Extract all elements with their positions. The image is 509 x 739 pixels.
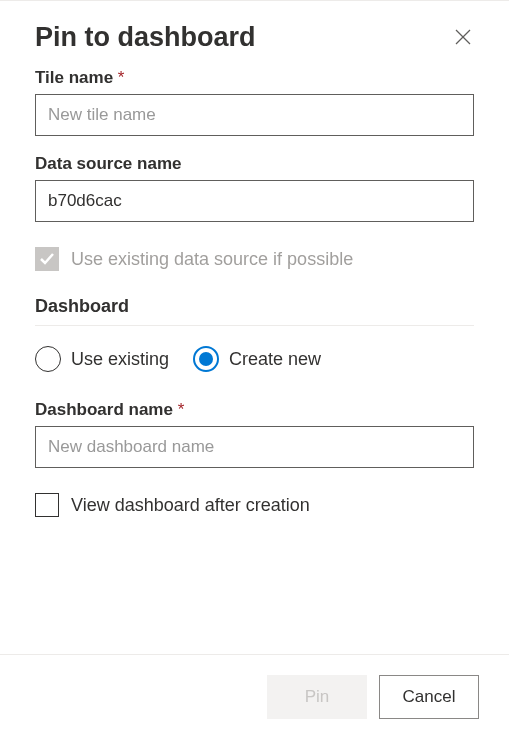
divider bbox=[35, 325, 474, 326]
close-button[interactable] bbox=[447, 21, 479, 53]
checkmark-icon bbox=[39, 251, 55, 267]
radio-circle-selected bbox=[193, 346, 219, 372]
view-after-label: View dashboard after creation bbox=[71, 495, 310, 516]
required-mark: * bbox=[118, 68, 125, 87]
dashboard-name-label: Dashboard name * bbox=[35, 400, 474, 420]
data-source-input[interactable] bbox=[35, 180, 474, 222]
tile-name-label-text: Tile name bbox=[35, 68, 113, 87]
radio-use-existing-label: Use existing bbox=[71, 349, 169, 370]
cancel-button[interactable]: Cancel bbox=[379, 675, 479, 719]
radio-create-new-label: Create new bbox=[229, 349, 321, 370]
dialog-body: Tile name * Data source name Use existin… bbox=[0, 63, 509, 654]
use-existing-source-label: Use existing data source if possible bbox=[71, 249, 353, 270]
tile-name-label: Tile name * bbox=[35, 68, 474, 88]
radio-create-new[interactable]: Create new bbox=[193, 346, 321, 372]
required-mark: * bbox=[178, 400, 185, 419]
dashboard-section-label: Dashboard bbox=[35, 296, 474, 317]
use-existing-source-checkbox bbox=[35, 247, 59, 271]
radio-circle-unselected bbox=[35, 346, 61, 372]
use-existing-source-row: Use existing data source if possible bbox=[35, 247, 474, 271]
dashboard-name-label-text: Dashboard name bbox=[35, 400, 173, 419]
view-after-row: View dashboard after creation bbox=[35, 493, 474, 517]
close-icon bbox=[455, 29, 471, 45]
dialog-footer: Pin Cancel bbox=[0, 654, 509, 739]
dialog-title: Pin to dashboard bbox=[35, 22, 256, 53]
tile-name-input[interactable] bbox=[35, 94, 474, 136]
tile-name-group: Tile name * bbox=[35, 68, 474, 136]
radio-use-existing[interactable]: Use existing bbox=[35, 346, 169, 372]
pin-dashboard-dialog: Pin to dashboard Tile name * Data source… bbox=[0, 0, 509, 739]
dashboard-radio-group: Use existing Create new bbox=[35, 346, 474, 372]
radio-dot bbox=[199, 352, 213, 366]
view-after-checkbox[interactable] bbox=[35, 493, 59, 517]
data-source-label: Data source name bbox=[35, 154, 474, 174]
pin-button[interactable]: Pin bbox=[267, 675, 367, 719]
dialog-header: Pin to dashboard bbox=[0, 1, 509, 63]
dashboard-name-input[interactable] bbox=[35, 426, 474, 468]
data-source-group: Data source name bbox=[35, 154, 474, 222]
dashboard-name-group: Dashboard name * bbox=[35, 400, 474, 468]
